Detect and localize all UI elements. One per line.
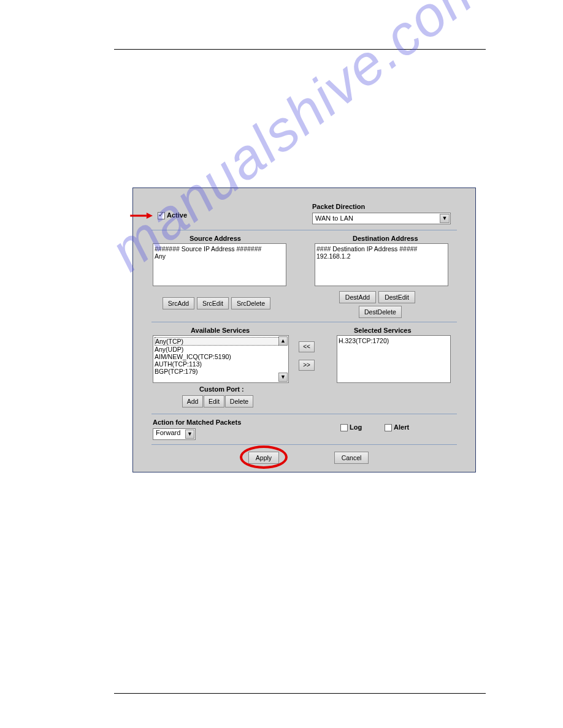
src-edit-button[interactable]: SrcEdit [197, 297, 229, 309]
dest-edit-button[interactable]: DestEdit [378, 291, 415, 303]
action-label: Action for Matched Packets [153, 419, 241, 426]
list-item: 192.168.1.2 [316, 252, 446, 260]
source-address-list[interactable]: ####### Source IP Address ####### Any [153, 243, 286, 286]
packet-direction-select[interactable]: WAN to LAN ▼ [312, 213, 451, 224]
destination-address-title: Destination Address [353, 235, 418, 242]
active-row: Active [158, 211, 187, 219]
alert-label: Alert [394, 423, 409, 431]
log-checkbox[interactable] [340, 424, 348, 431]
available-services-title: Available Services [191, 327, 250, 334]
list-item: Any [155, 252, 285, 260]
log-row: Log [340, 423, 362, 431]
packet-direction-label: Packet Direction [312, 203, 365, 210]
list-item: BGP(TCP:179) [155, 368, 287, 375]
packet-direction-value: WAN to LAN [313, 213, 356, 223]
src-delete-button[interactable]: SrcDelete [231, 297, 270, 309]
source-address-title: Source Address [190, 235, 241, 242]
alert-checkbox[interactable] [385, 424, 392, 431]
selected-services-title: Selected Services [354, 327, 412, 334]
list-item: AUTH(TCP:113) [155, 360, 287, 368]
dest-delete-button[interactable]: DestDelete [359, 306, 402, 318]
list-item: #### Destination IP Address ##### [316, 245, 446, 252]
alert-row: Alert [385, 423, 409, 431]
apply-button[interactable]: Apply [248, 452, 279, 464]
active-label: Active [167, 211, 187, 219]
active-checkbox[interactable] [158, 212, 165, 219]
scroll-down-icon[interactable]: ▼ [278, 373, 288, 382]
dest-add-button[interactable]: DestAdd [339, 291, 376, 303]
chevron-down-icon[interactable]: ▼ [440, 214, 450, 223]
move-left-button[interactable]: << [299, 341, 315, 352]
log-label: Log [350, 423, 362, 431]
list-item: ####### Source IP Address ####### [155, 245, 285, 252]
list-item: AIM/NEW_ICQ(TCP:5190) [155, 353, 287, 360]
src-add-button[interactable]: SrcAdd [163, 297, 194, 309]
destination-address-list[interactable]: #### Destination IP Address ##### 192.16… [315, 243, 448, 286]
available-services-list[interactable]: Any(TCP) Any(UDP) AIM/NEW_ICQ(TCP:5190) … [153, 335, 289, 383]
selected-services-list[interactable]: H.323(TCP:1720) [337, 335, 451, 383]
chevron-down-icon[interactable]: ▼ [185, 430, 194, 439]
svg-marker-1 [147, 213, 153, 219]
custom-port-edit-button[interactable]: Edit [204, 395, 224, 408]
scroll-up-icon[interactable]: ▲ [278, 336, 288, 346]
custom-port-add-button[interactable]: Add [182, 395, 203, 408]
custom-port-label: Custom Port : [199, 385, 244, 393]
action-select[interactable]: Forward ▼ [153, 428, 196, 440]
cancel-button[interactable]: Cancel [334, 452, 369, 464]
custom-port-delete-button[interactable]: Delete [225, 395, 253, 408]
move-right-button[interactable]: >> [299, 360, 315, 371]
list-item: H.323(TCP:1720) [339, 337, 449, 344]
list-item: Any(TCP) [155, 337, 287, 346]
firewall-rule-panel: Active Packet Direction WAN to LAN ▼ Sou… [132, 188, 476, 472]
action-value: Forward [153, 428, 183, 438]
list-item: Any(UDP) [155, 346, 287, 353]
